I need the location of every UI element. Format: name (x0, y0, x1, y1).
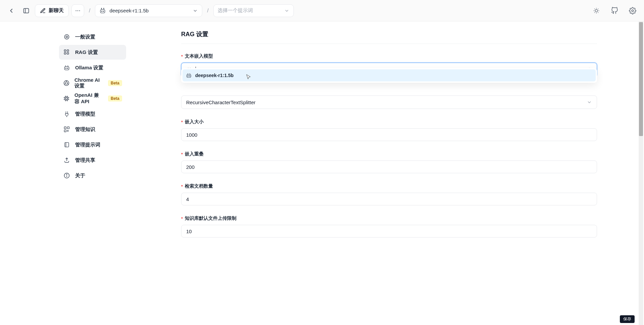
svg-rect-15 (67, 50, 69, 52)
svg-point-20 (67, 68, 68, 69)
svg-point-22 (65, 82, 68, 84)
breadcrumb-separator: / (207, 8, 208, 14)
new-chat-button[interactable]: 新聊天 (35, 4, 69, 17)
settings-button[interactable] (627, 5, 639, 17)
field-label: 知识库默认文件上传限制 (185, 215, 236, 221)
svg-rect-17 (67, 53, 69, 54)
sidebar-item-ollama[interactable]: Ollama 设置 (59, 60, 126, 75)
top-bar: 新聊天 / deepseek-r1:1.5b / 选择一个提示词 (0, 0, 644, 21)
file-limit-input[interactable] (181, 225, 597, 238)
chevron-down-icon (587, 100, 592, 105)
chip-icon (63, 95, 70, 102)
github-icon (611, 7, 618, 14)
settings-content: RAG 设置 * 文本嵌入模型 deepseek-r1:1.5b deepsee… (126, 21, 644, 325)
sidebar-item-rag[interactable]: RAG 设置 (59, 45, 126, 60)
sidebar-item-openai-api[interactable]: OpenAI 兼容 API Beta (59, 91, 126, 106)
svg-point-55 (188, 76, 189, 76)
target-icon (63, 34, 70, 40)
field-doc-count: * 检索文档数量 (181, 183, 597, 205)
sidebar-item-label: 关于 (75, 173, 85, 179)
dropdown-option-label: deepseek-r1:1.5b (195, 73, 233, 78)
robot-icon (63, 64, 70, 71)
sidebar-item-label: 管理模型 (75, 111, 95, 117)
beta-badge: Beta (108, 95, 122, 102)
sidebar-toggle-button[interactable] (20, 5, 32, 17)
svg-point-10 (595, 9, 597, 12)
sidebar-item-label: Chrome AI 设置 (74, 77, 101, 89)
svg-point-56 (189, 76, 190, 76)
vertical-scrollbar[interactable] (639, 21, 643, 325)
required-asterisk: * (181, 54, 183, 59)
svg-rect-39 (64, 127, 66, 129)
robot-icon (186, 72, 192, 78)
svg-rect-0 (24, 8, 29, 13)
field-embedding-model: * 文本嵌入模型 deepseek-r1:1.5b deepseek-r1:1.… (181, 53, 597, 77)
svg-rect-16 (64, 53, 66, 54)
svg-point-11 (632, 10, 634, 12)
svg-point-4 (79, 10, 80, 11)
svg-line-24 (64, 84, 66, 84)
sidebar-item-manage-model[interactable]: 管理模型 (59, 107, 126, 121)
doc-count-input[interactable] (181, 193, 597, 205)
robot-icon (99, 7, 106, 14)
embedding-model-dropdown: deepseek-r1:1.5b (181, 68, 597, 83)
chunk-size-input[interactable] (181, 128, 597, 141)
gear-icon (629, 7, 636, 14)
field-text-splitter: RecursiveCharacterTextSplitter (181, 95, 597, 109)
brain-button[interactable] (590, 5, 602, 17)
prompt-select[interactable]: 选择一个提示词 (213, 4, 294, 17)
svg-point-6 (102, 11, 102, 11)
field-chunk-overlap: * 嵌入重叠 (181, 151, 597, 173)
svg-point-8 (101, 8, 102, 9)
field-label: 文本嵌入模型 (185, 53, 213, 59)
svg-point-48 (66, 174, 67, 175)
chunk-overlap-input[interactable] (181, 160, 597, 173)
grid-icon (63, 49, 70, 56)
chrome-icon (63, 80, 70, 86)
svg-rect-14 (64, 50, 66, 52)
svg-point-9 (104, 8, 104, 9)
scrollbar-thumb[interactable] (639, 22, 643, 136)
svg-rect-27 (66, 98, 67, 100)
chevron-down-icon (193, 8, 198, 13)
sidebar-item-manage-share[interactable]: 管理共享 (59, 153, 126, 168)
sidebar-item-chrome-ai[interactable]: Chrome AI 设置 Beta (59, 76, 126, 90)
back-button[interactable] (5, 5, 17, 17)
svg-point-12 (64, 35, 69, 39)
text-splitter-select[interactable]: RecursiveCharacterTextSplitter (181, 95, 597, 109)
page-title: RAG 设置 (181, 30, 597, 44)
dropdown-option[interactable]: deepseek-r1:1.5b (182, 69, 596, 81)
sidebar-item-about[interactable]: 关于 (59, 168, 126, 183)
svg-point-19 (66, 68, 66, 69)
field-file-limit: * 知识库默认文件上传限制 (181, 215, 597, 238)
model-select[interactable]: deepseek-r1:1.5b (95, 4, 202, 17)
required-asterisk: * (181, 120, 183, 125)
plug-icon (63, 111, 70, 117)
model-selected-label: deepseek-r1:1.5b (109, 8, 149, 13)
sidebar-item-general[interactable]: 一般设置 (59, 29, 126, 44)
panel-left-icon (23, 7, 30, 14)
required-asterisk: * (181, 184, 183, 189)
sidebar-item-manage-knowledge[interactable]: 管理知识 (59, 122, 126, 137)
chevron-left-icon (8, 7, 15, 14)
sidebar-item-label: 管理提示词 (75, 142, 100, 148)
svg-rect-18 (64, 67, 69, 70)
beta-badge: Beta (108, 80, 122, 86)
brain-icon (593, 7, 600, 14)
dots-horizontal-icon (75, 8, 81, 14)
more-button[interactable] (71, 4, 84, 17)
svg-rect-26 (65, 97, 68, 100)
svg-rect-44 (65, 142, 69, 147)
header-right-icons (590, 5, 639, 17)
book-icon (63, 141, 70, 148)
svg-point-2 (76, 10, 76, 11)
select-value: RecursiveCharacterTextSplitter (186, 100, 256, 105)
sidebar-item-manage-prompts[interactable]: 管理提示词 (59, 137, 126, 152)
sidebar-item-label: OpenAI 兼容 API (74, 92, 101, 105)
sidebar-item-label: 管理共享 (75, 157, 95, 164)
svg-rect-40 (67, 127, 69, 129)
sidebar-item-label: Ollama 设置 (75, 65, 103, 71)
github-button[interactable] (608, 5, 621, 17)
svg-rect-41 (64, 130, 66, 132)
required-asterisk: * (181, 216, 183, 221)
